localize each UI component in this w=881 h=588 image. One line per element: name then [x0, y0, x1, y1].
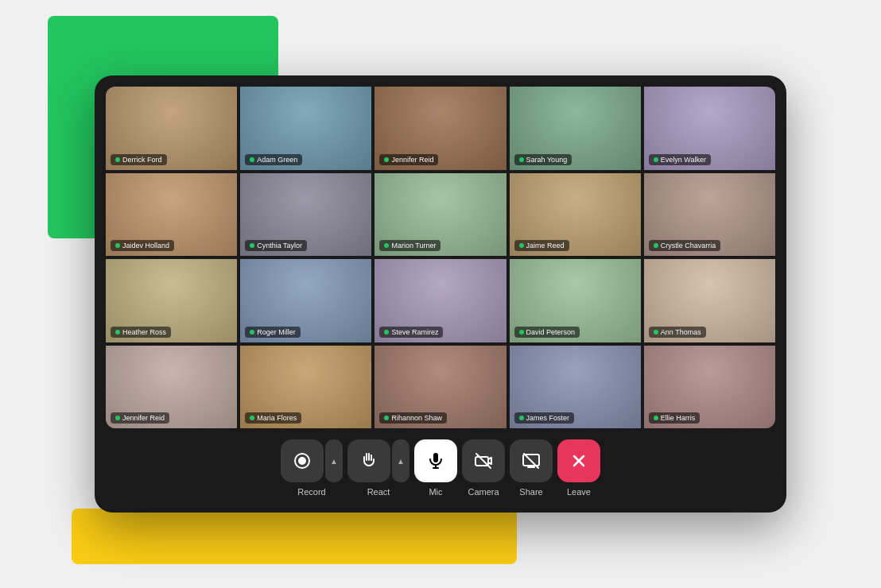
mic-active-indicator [115, 243, 120, 248]
video-grid: Derrick FordAdam GreenJennifer ReidSarah… [106, 87, 775, 428]
participant-name: Heather Ross [111, 327, 171, 338]
video-tile: Roger Miller [240, 259, 371, 342]
video-tile: Cynthia Taylor [240, 173, 371, 257]
share-icon [522, 451, 541, 470]
participant-name: Adam Green [245, 154, 302, 165]
participant-name: Crystle Chavarria [649, 240, 721, 251]
participant-name: Cynthia Taylor [245, 240, 307, 251]
record-icon [293, 451, 312, 470]
leave-group: Leave [557, 439, 600, 497]
participant-name: Derrick Ford [111, 154, 167, 165]
leave-label: Leave [567, 487, 591, 497]
mic-active-indicator [115, 157, 120, 162]
mic-active-indicator [519, 416, 524, 420]
camera-icon [474, 451, 493, 470]
mic-group: Mic [414, 439, 457, 497]
mic-active-indicator [384, 157, 389, 162]
video-tile: Ann Thomas [644, 259, 775, 342]
leave-button[interactable] [557, 439, 600, 482]
mic-active-indicator [250, 243, 254, 248]
participant-name: Sarah Young [514, 154, 572, 165]
record-chevron[interactable]: ▲ [325, 439, 343, 482]
svg-point-1 [298, 457, 306, 465]
mic-active-indicator [654, 330, 658, 335]
video-tile: David Peterson [510, 259, 641, 342]
mic-active-indicator [519, 330, 524, 335]
mic-active-indicator [250, 330, 254, 335]
participant-name: James Foster [514, 412, 575, 424]
participant-name: Jaime Reed [514, 240, 569, 251]
record-group: ▲ Record [281, 439, 343, 497]
mic-active-indicator [115, 330, 120, 335]
video-tile: Crystle Chavarria [644, 173, 775, 257]
participant-name: Evelyn Walker [649, 154, 711, 165]
participant-name: Jennifer Reid [379, 154, 438, 165]
participant-name: Rihannon Shaw [379, 412, 447, 424]
video-tile: James Foster [510, 346, 641, 429]
mic-active-indicator [519, 157, 524, 162]
video-tile: Jennifer Reid [375, 87, 506, 170]
participant-name: Marion Turner [379, 240, 440, 251]
record-button[interactable] [281, 439, 324, 482]
react-label: React [367, 487, 390, 497]
mic-icon [426, 451, 445, 470]
video-tile: Jennifer Reid [106, 346, 237, 429]
mic-active-indicator [654, 157, 658, 162]
bg-decoration-yellow [72, 509, 517, 564]
participant-name: Ann Thomas [649, 327, 706, 338]
share-button[interactable] [510, 439, 553, 482]
camera-group: Camera [462, 439, 505, 497]
mic-active-indicator [654, 243, 658, 248]
svg-rect-2 [433, 453, 438, 462]
toolbar: ▲ Record ▲ React [106, 428, 775, 497]
mic-active-indicator [384, 243, 389, 248]
share-group: Share [510, 439, 553, 497]
participant-name: Roger Miller [245, 327, 301, 338]
record-label: Record [297, 487, 325, 497]
mic-active-indicator [250, 157, 254, 162]
react-button[interactable] [347, 439, 390, 482]
participant-name: Maria Flores [245, 412, 301, 424]
mic-active-indicator [654, 416, 658, 420]
mic-label: Mic [429, 487, 442, 497]
video-tile: Ellie Harris [644, 346, 775, 429]
leave-icon [569, 451, 588, 470]
mic-active-indicator [519, 243, 524, 248]
video-tile: Rihannon Shaw [375, 346, 506, 429]
video-tile: Jaime Reed [510, 173, 641, 257]
react-chevron[interactable]: ▲ [392, 439, 409, 482]
camera-button[interactable] [462, 439, 505, 482]
participant-name: Ellie Harris [649, 412, 701, 424]
mic-active-indicator [384, 330, 389, 335]
mic-button[interactable] [414, 439, 457, 482]
video-tile: Heather Ross [106, 259, 237, 342]
video-tile: Jaidev Holland [106, 173, 237, 257]
mic-active-indicator [115, 416, 120, 420]
video-tile: Adam Green [240, 87, 371, 170]
participant-name: Jaidev Holland [111, 240, 174, 251]
video-tile: Marion Turner [375, 173, 506, 257]
share-label: Share [519, 487, 542, 497]
react-group: ▲ React [347, 439, 409, 497]
video-tile: Evelyn Walker [644, 87, 775, 170]
video-tile: Maria Flores [240, 346, 371, 429]
mic-active-indicator [384, 416, 389, 420]
video-tile: Sarah Young [510, 87, 641, 170]
mic-active-indicator [250, 416, 254, 420]
device-shell: Derrick FordAdam GreenJennifer ReidSarah… [95, 75, 786, 513]
participant-name: Jennifer Reid [111, 412, 169, 424]
participant-name: David Peterson [514, 327, 580, 338]
camera-label: Camera [468, 487, 499, 497]
video-tile: Derrick Ford [106, 87, 237, 170]
participant-name: Steve Ramirez [379, 327, 443, 338]
react-icon [359, 451, 378, 470]
video-tile: Steve Ramirez [375, 259, 506, 342]
